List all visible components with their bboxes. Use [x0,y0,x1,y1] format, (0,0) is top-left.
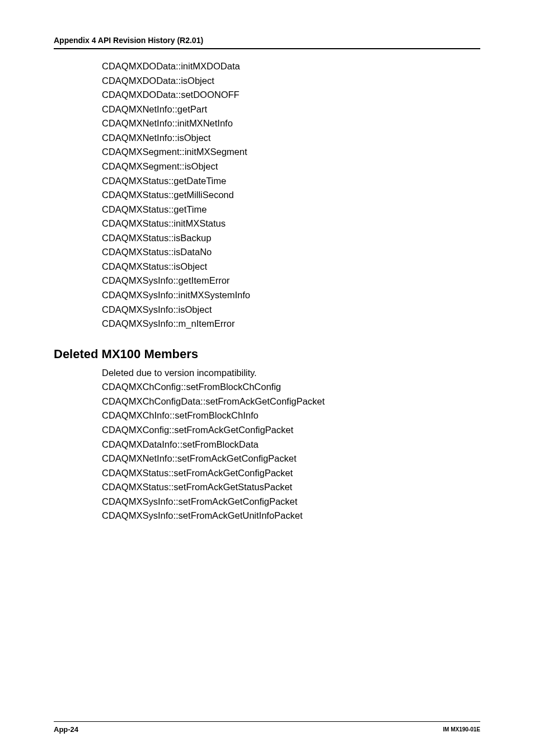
api-item: CDAQMXSegment::isObject [102,159,480,174]
api-item: CDAQMXStatus::getTime [102,203,480,217]
deleted-item: CDAQMXNetInfo::setFromAckGetConfigPacket [102,452,480,466]
api-list-block: CDAQMXDOData::initMXDOData CDAQMXDOData:… [102,59,480,331]
api-item: CDAQMXSysInfo::isObject [102,303,480,317]
api-item: CDAQMXDOData::isObject [102,74,480,88]
api-item: CDAQMXDOData::setDOONOFF [102,88,480,102]
api-item: CDAQMXStatus::getMilliSecond [102,188,480,203]
api-item: CDAQMXSysInfo::getItemError [102,274,480,288]
api-item: CDAQMXSysInfo::m_nItemError [102,317,480,331]
deleted-item: CDAQMXStatus::setFromAckGetConfigPacket [102,466,480,481]
api-item: CDAQMXNetInfo::getPart [102,102,480,117]
page-footer: App-24 IM MX190-01E [54,721,480,734]
deleted-item: CDAQMXChInfo::setFromBlockChInfo [102,408,480,423]
api-item: CDAQMXStatus::isObject [102,260,480,274]
page-number: App-24 [54,725,78,734]
api-item: CDAQMXDOData::initMXDOData [102,59,480,74]
deleted-intro: Deleted due to version incompatibility. [102,366,480,381]
section-heading-deleted-members: Deleted MX100 Members [54,347,480,361]
deleted-item: CDAQMXSysInfo::setFromAckGetUnitInfoPack… [102,509,480,523]
deleted-item: CDAQMXConfig::setFromAckGetConfigPacket [102,423,480,438]
api-item: CDAQMXSegment::initMXSegment [102,145,480,159]
api-item: CDAQMXStatus::initMXStatus [102,217,480,231]
api-item: CDAQMXSysInfo::initMXSystemInfo [102,288,480,303]
api-item: CDAQMXNetInfo::initMXNetInfo [102,116,480,131]
api-item: CDAQMXStatus::isBackup [102,231,480,246]
deleted-item: CDAQMXStatus::setFromAckGetStatusPacket [102,480,480,495]
deleted-item: CDAQMXChConfig::setFromBlockChConfig [102,380,480,395]
api-item: CDAQMXNetInfo::isObject [102,131,480,145]
deleted-block: Deleted due to version incompatibility. … [102,366,480,523]
deleted-item: CDAQMXChConfigData::setFromAckGetConfigP… [102,395,480,409]
deleted-item: CDAQMXDataInfo::setFromBlockData [102,438,480,452]
api-item: CDAQMXStatus::getDateTime [102,174,480,189]
deleted-item: CDAQMXSysInfo::setFromAckGetConfigPacket [102,495,480,509]
document-id: IM MX190-01E [443,726,480,732]
api-item: CDAQMXStatus::isDataNo [102,245,480,260]
page-header: Appendix 4 API Revision History (R2.01) [54,36,480,49]
